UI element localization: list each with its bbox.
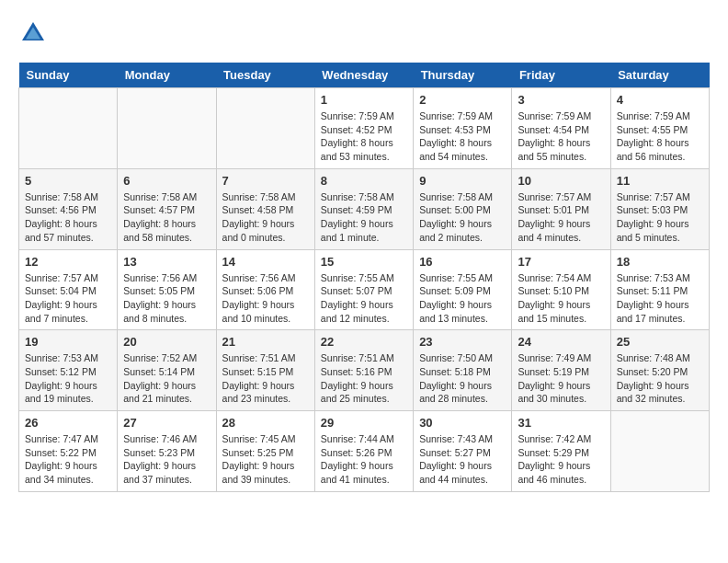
week-row-2: 5Sunrise: 7:58 AM Sunset: 4:56 PM Daylig… <box>19 168 710 249</box>
day-number: 2 <box>419 93 506 107</box>
day-info: Sunrise: 7:47 AM Sunset: 5:22 PM Dayligh… <box>25 432 111 487</box>
day-cell <box>610 411 709 492</box>
day-info: Sunrise: 7:55 AM Sunset: 5:07 PM Dayligh… <box>321 271 407 326</box>
day-number: 22 <box>321 335 407 349</box>
weekday-header-thursday: Thursday <box>414 63 512 88</box>
day-cell: 24Sunrise: 7:49 AM Sunset: 5:19 PM Dayli… <box>512 330 610 411</box>
day-info: Sunrise: 7:49 AM Sunset: 5:19 PM Dayligh… <box>518 351 604 406</box>
day-cell: 11Sunrise: 7:57 AM Sunset: 5:03 PM Dayli… <box>610 168 709 249</box>
day-number: 29 <box>321 416 407 430</box>
day-info: Sunrise: 7:58 AM Sunset: 4:56 PM Dayligh… <box>25 190 111 245</box>
day-cell: 29Sunrise: 7:44 AM Sunset: 5:26 PM Dayli… <box>314 411 413 492</box>
day-number: 23 <box>419 335 506 349</box>
day-cell: 16Sunrise: 7:55 AM Sunset: 5:09 PM Dayli… <box>414 249 512 330</box>
day-info: Sunrise: 7:59 AM Sunset: 4:55 PM Dayligh… <box>617 109 703 164</box>
day-cell: 17Sunrise: 7:54 AM Sunset: 5:10 PM Dayli… <box>512 249 610 330</box>
day-info: Sunrise: 7:53 AM Sunset: 5:11 PM Dayligh… <box>617 271 703 326</box>
day-info: Sunrise: 7:58 AM Sunset: 4:58 PM Dayligh… <box>222 190 309 245</box>
day-cell: 7Sunrise: 7:58 AM Sunset: 4:58 PM Daylig… <box>216 168 314 249</box>
logo <box>18 18 53 48</box>
day-cell: 22Sunrise: 7:51 AM Sunset: 5:16 PM Dayli… <box>314 330 413 411</box>
day-number: 11 <box>617 174 703 188</box>
day-cell: 4Sunrise: 7:59 AM Sunset: 4:55 PM Daylig… <box>610 88 709 169</box>
day-cell <box>118 88 216 169</box>
day-cell: 14Sunrise: 7:56 AM Sunset: 5:06 PM Dayli… <box>216 249 314 330</box>
day-number: 8 <box>321 174 407 188</box>
day-number: 18 <box>617 255 703 269</box>
day-cell: 9Sunrise: 7:58 AM Sunset: 5:00 PM Daylig… <box>414 168 512 249</box>
weekday-header-sunday: Sunday <box>19 63 118 88</box>
day-info: Sunrise: 7:54 AM Sunset: 5:10 PM Dayligh… <box>518 271 604 326</box>
day-number: 27 <box>123 416 210 430</box>
day-number: 13 <box>123 255 210 269</box>
day-cell: 8Sunrise: 7:58 AM Sunset: 4:59 PM Daylig… <box>314 168 413 249</box>
day-number: 25 <box>617 335 703 349</box>
day-cell: 15Sunrise: 7:55 AM Sunset: 5:07 PM Dayli… <box>314 249 413 330</box>
day-number: 21 <box>222 335 309 349</box>
weekday-header-row: SundayMondayTuesdayWednesdayThursdayFrid… <box>19 63 710 88</box>
day-number: 31 <box>518 416 604 430</box>
day-info: Sunrise: 7:44 AM Sunset: 5:26 PM Dayligh… <box>321 432 407 487</box>
day-number: 30 <box>419 416 506 430</box>
day-cell: 2Sunrise: 7:59 AM Sunset: 4:53 PM Daylig… <box>414 88 512 169</box>
day-cell: 31Sunrise: 7:42 AM Sunset: 5:29 PM Dayli… <box>512 411 610 492</box>
day-cell: 21Sunrise: 7:51 AM Sunset: 5:15 PM Dayli… <box>216 330 314 411</box>
day-info: Sunrise: 7:48 AM Sunset: 5:20 PM Dayligh… <box>617 351 703 406</box>
day-info: Sunrise: 7:42 AM Sunset: 5:29 PM Dayligh… <box>518 432 604 487</box>
day-cell: 18Sunrise: 7:53 AM Sunset: 5:11 PM Dayli… <box>610 249 709 330</box>
day-info: Sunrise: 7:58 AM Sunset: 4:57 PM Dayligh… <box>123 190 210 245</box>
weekday-header-wednesday: Wednesday <box>314 63 413 88</box>
week-row-4: 19Sunrise: 7:53 AM Sunset: 5:12 PM Dayli… <box>19 330 710 411</box>
day-info: Sunrise: 7:57 AM Sunset: 5:04 PM Dayligh… <box>25 271 111 326</box>
day-cell: 3Sunrise: 7:59 AM Sunset: 4:54 PM Daylig… <box>512 88 610 169</box>
weekday-header-tuesday: Tuesday <box>216 63 314 88</box>
day-cell: 27Sunrise: 7:46 AM Sunset: 5:23 PM Dayli… <box>118 411 216 492</box>
day-info: Sunrise: 7:57 AM Sunset: 5:01 PM Dayligh… <box>518 190 604 245</box>
day-number: 20 <box>123 335 210 349</box>
day-info: Sunrise: 7:59 AM Sunset: 4:53 PM Dayligh… <box>419 109 506 164</box>
day-number: 9 <box>419 174 506 188</box>
day-info: Sunrise: 7:58 AM Sunset: 5:00 PM Dayligh… <box>419 190 506 245</box>
day-info: Sunrise: 7:59 AM Sunset: 4:52 PM Dayligh… <box>321 109 407 164</box>
day-info: Sunrise: 7:55 AM Sunset: 5:09 PM Dayligh… <box>419 271 506 326</box>
day-number: 3 <box>518 93 604 107</box>
day-info: Sunrise: 7:43 AM Sunset: 5:27 PM Dayligh… <box>419 432 506 487</box>
day-number: 28 <box>222 416 309 430</box>
day-info: Sunrise: 7:57 AM Sunset: 5:03 PM Dayligh… <box>617 190 703 245</box>
weekday-header-saturday: Saturday <box>610 63 709 88</box>
day-number: 16 <box>419 255 506 269</box>
logo-icon <box>18 18 48 48</box>
day-info: Sunrise: 7:50 AM Sunset: 5:18 PM Dayligh… <box>419 351 506 406</box>
day-cell: 23Sunrise: 7:50 AM Sunset: 5:18 PM Dayli… <box>414 330 512 411</box>
day-cell: 12Sunrise: 7:57 AM Sunset: 5:04 PM Dayli… <box>19 249 118 330</box>
day-number: 1 <box>321 93 407 107</box>
day-number: 6 <box>123 174 210 188</box>
day-info: Sunrise: 7:51 AM Sunset: 5:15 PM Dayligh… <box>222 351 309 406</box>
day-info: Sunrise: 7:56 AM Sunset: 5:06 PM Dayligh… <box>222 271 309 326</box>
day-number: 26 <box>25 416 111 430</box>
week-row-1: 1Sunrise: 7:59 AM Sunset: 4:52 PM Daylig… <box>19 88 710 169</box>
day-number: 5 <box>25 174 111 188</box>
day-info: Sunrise: 7:58 AM Sunset: 4:59 PM Dayligh… <box>321 190 407 245</box>
day-number: 14 <box>222 255 309 269</box>
day-cell: 10Sunrise: 7:57 AM Sunset: 5:01 PM Dayli… <box>512 168 610 249</box>
day-info: Sunrise: 7:56 AM Sunset: 5:05 PM Dayligh… <box>123 271 210 326</box>
weekday-header-monday: Monday <box>118 63 216 88</box>
day-number: 10 <box>518 174 604 188</box>
week-row-5: 26Sunrise: 7:47 AM Sunset: 5:22 PM Dayli… <box>19 411 710 492</box>
day-number: 24 <box>518 335 604 349</box>
day-number: 15 <box>321 255 407 269</box>
day-cell: 25Sunrise: 7:48 AM Sunset: 5:20 PM Dayli… <box>610 330 709 411</box>
day-cell <box>19 88 118 169</box>
day-number: 7 <box>222 174 309 188</box>
day-cell: 13Sunrise: 7:56 AM Sunset: 5:05 PM Dayli… <box>118 249 216 330</box>
day-info: Sunrise: 7:52 AM Sunset: 5:14 PM Dayligh… <box>123 351 210 406</box>
page-header <box>18 18 710 48</box>
day-cell: 19Sunrise: 7:53 AM Sunset: 5:12 PM Dayli… <box>19 330 118 411</box>
day-cell: 28Sunrise: 7:45 AM Sunset: 5:25 PM Dayli… <box>216 411 314 492</box>
day-cell: 6Sunrise: 7:58 AM Sunset: 4:57 PM Daylig… <box>118 168 216 249</box>
day-number: 17 <box>518 255 604 269</box>
calendar-table: SundayMondayTuesdayWednesdayThursdayFrid… <box>18 63 710 492</box>
day-info: Sunrise: 7:46 AM Sunset: 5:23 PM Dayligh… <box>123 432 210 487</box>
day-cell: 30Sunrise: 7:43 AM Sunset: 5:27 PM Dayli… <box>414 411 512 492</box>
